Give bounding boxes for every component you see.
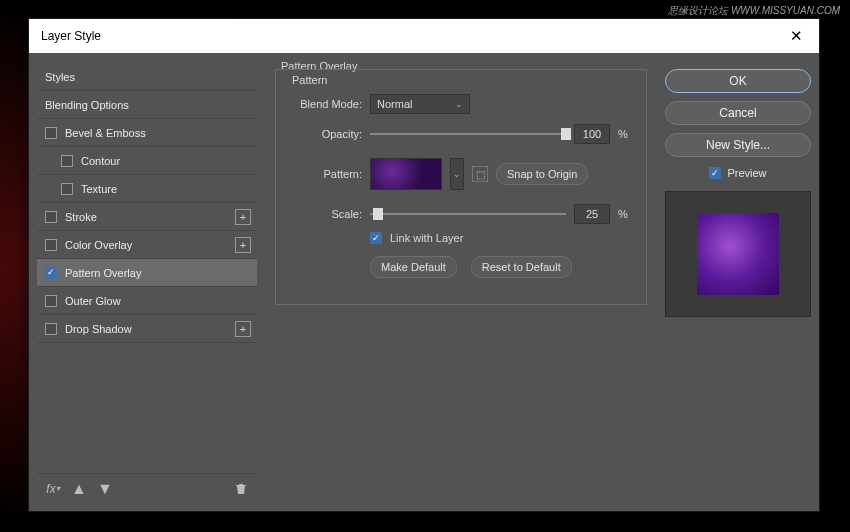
blending-options-label: Blending Options bbox=[45, 99, 129, 111]
percent-label: % bbox=[618, 208, 632, 220]
style-item-pattern-overlay[interactable]: Pattern Overlay bbox=[37, 259, 257, 287]
styles-header[interactable]: Styles bbox=[37, 63, 257, 91]
style-item-label: Color Overlay bbox=[65, 239, 132, 251]
style-item-texture[interactable]: Texture bbox=[37, 175, 257, 203]
subgroup-title: Pattern bbox=[288, 74, 331, 86]
style-item-label: Bevel & Emboss bbox=[65, 127, 146, 139]
trash-icon[interactable] bbox=[233, 481, 249, 497]
preview-toggle[interactable]: Preview bbox=[665, 167, 811, 179]
style-item-label: Texture bbox=[81, 183, 117, 195]
preview-checkbox-icon[interactable] bbox=[709, 167, 721, 179]
checkbox-icon[interactable] bbox=[45, 239, 57, 251]
options-panel: Pattern Overlay Pattern Blend Mode: Norm… bbox=[265, 63, 657, 503]
blend-mode-select[interactable]: Normal ⌄ bbox=[370, 94, 470, 114]
style-item-contour[interactable]: Contour bbox=[37, 147, 257, 175]
styles-header-label: Styles bbox=[45, 71, 75, 83]
ok-button[interactable]: OK bbox=[665, 69, 811, 93]
dialog-body: Styles Blending Options Bevel & Emboss C… bbox=[29, 53, 819, 511]
checkbox-icon[interactable] bbox=[61, 183, 73, 195]
pattern-dropdown-icon[interactable]: ⌄ bbox=[450, 158, 464, 190]
close-icon[interactable]: ✕ bbox=[786, 27, 807, 45]
preview-swatch bbox=[697, 213, 779, 295]
cancel-button[interactable]: Cancel bbox=[665, 101, 811, 125]
make-default-button[interactable]: Make Default bbox=[370, 256, 457, 278]
new-style-button[interactable]: New Style... bbox=[665, 133, 811, 157]
blending-options[interactable]: Blending Options bbox=[37, 91, 257, 119]
style-item-color-overlay[interactable]: Color Overlay + bbox=[37, 231, 257, 259]
action-buttons: OK Cancel New Style... Preview bbox=[665, 63, 811, 503]
scale-input[interactable]: 25 bbox=[574, 204, 610, 224]
style-item-label: Outer Glow bbox=[65, 295, 121, 307]
style-item-label: Contour bbox=[81, 155, 120, 167]
style-item-label: Drop Shadow bbox=[65, 323, 132, 335]
chevron-down-icon: ⌄ bbox=[455, 99, 463, 109]
pattern-swatch[interactable] bbox=[370, 158, 442, 190]
pattern-label: Pattern: bbox=[290, 168, 362, 180]
preview-label: Preview bbox=[727, 167, 766, 179]
style-item-label: Stroke bbox=[65, 211, 97, 223]
titlebar: Layer Style ✕ bbox=[29, 19, 819, 53]
link-with-layer-label: Link with Layer bbox=[390, 232, 463, 244]
blend-mode-label: Blend Mode: bbox=[290, 98, 362, 110]
dialog-title: Layer Style bbox=[41, 29, 101, 43]
scale-label: Scale: bbox=[290, 208, 362, 220]
styles-toolbar: fx▾ ▲ ▼ bbox=[37, 473, 257, 503]
style-item-drop-shadow[interactable]: Drop Shadow + bbox=[37, 315, 257, 343]
add-effect-icon[interactable]: + bbox=[235, 321, 251, 337]
watermark-text: 思缘设计论坛 WWW.MISSYUAN.COM bbox=[668, 4, 840, 18]
arrow-down-icon[interactable]: ▼ bbox=[97, 481, 113, 497]
opacity-input[interactable]: 100 bbox=[574, 124, 610, 144]
style-item-outer-glow[interactable]: Outer Glow bbox=[37, 287, 257, 315]
preview-box bbox=[665, 191, 811, 317]
checkbox-icon[interactable] bbox=[61, 155, 73, 167]
new-preset-icon[interactable]: ⬚ bbox=[472, 166, 488, 182]
styles-list: Styles Blending Options Bevel & Emboss C… bbox=[37, 63, 257, 503]
style-item-stroke[interactable]: Stroke + bbox=[37, 203, 257, 231]
checkbox-icon[interactable] bbox=[45, 267, 57, 279]
reset-to-default-button[interactable]: Reset to Default bbox=[471, 256, 572, 278]
opacity-slider[interactable] bbox=[370, 126, 566, 142]
pattern-fieldset: Pattern Blend Mode: Normal ⌄ Opacity: 10… bbox=[275, 69, 647, 305]
add-effect-icon[interactable]: + bbox=[235, 209, 251, 225]
arrow-up-icon[interactable]: ▲ bbox=[71, 481, 87, 497]
style-item-label: Pattern Overlay bbox=[65, 267, 141, 279]
checkbox-icon[interactable] bbox=[45, 127, 57, 139]
link-with-layer-checkbox[interactable] bbox=[370, 232, 382, 244]
blend-mode-value: Normal bbox=[377, 98, 412, 110]
checkbox-icon[interactable] bbox=[45, 295, 57, 307]
style-item-bevel-emboss[interactable]: Bevel & Emboss bbox=[37, 119, 257, 147]
add-effect-icon[interactable]: + bbox=[235, 237, 251, 253]
checkbox-icon[interactable] bbox=[45, 323, 57, 335]
percent-label: % bbox=[618, 128, 632, 140]
opacity-label: Opacity: bbox=[290, 128, 362, 140]
snap-to-origin-button[interactable]: Snap to Origin bbox=[496, 163, 588, 185]
checkbox-icon[interactable] bbox=[45, 211, 57, 223]
fx-icon[interactable]: fx▾ bbox=[45, 481, 61, 497]
scale-slider[interactable] bbox=[370, 206, 566, 222]
layer-style-dialog: Layer Style ✕ Styles Blending Options Be… bbox=[28, 18, 820, 512]
